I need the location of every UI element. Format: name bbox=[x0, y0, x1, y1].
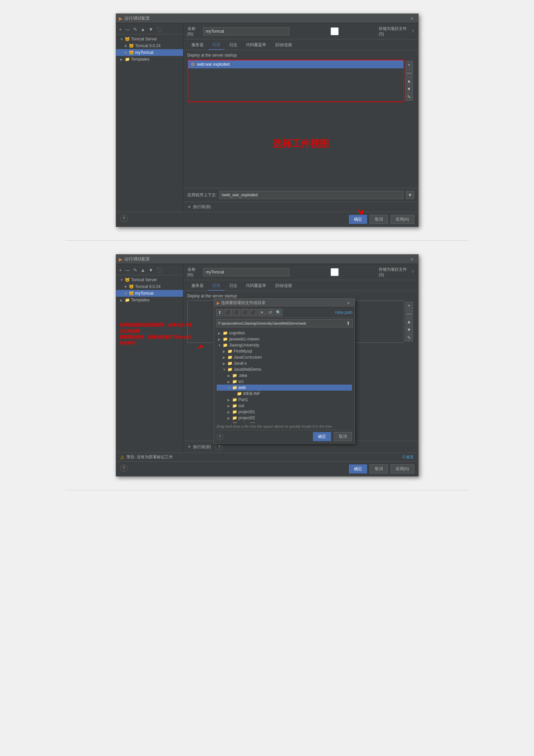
tree-tomcat-924[interactable]: ✱ 🐱 Tomcat 9.0.24 bbox=[116, 42, 183, 49]
b-edit-btn[interactable]: ✎ bbox=[132, 267, 138, 273]
app-context-input[interactable] bbox=[219, 191, 403, 199]
fc-item-javaweb1[interactable]: ▶ 📁 javaweb1-maven bbox=[217, 336, 352, 342]
b-before-launch-toggle[interactable]: ▼ bbox=[187, 445, 191, 449]
b-tree-mytomcat[interactable]: ✱ 🐱 myTomcat bbox=[116, 290, 183, 297]
b-tab-server[interactable]: 服务器 bbox=[187, 282, 208, 291]
b-tab-deploy[interactable]: 部署 bbox=[208, 282, 224, 291]
fc-item-project02[interactable]: ▶ 📁 project02 bbox=[217, 415, 352, 421]
b-edit-deploy-btn[interactable]: ✎ bbox=[405, 334, 413, 341]
fc-cancel-btn[interactable]: 取消 bbox=[334, 432, 352, 441]
b-remove-deploy-btn[interactable]: — bbox=[405, 310, 413, 317]
fc-help-btn[interactable]: ? bbox=[217, 433, 223, 440]
b-remove-btn[interactable]: — bbox=[124, 267, 131, 273]
b-more-btn[interactable]: ⬛ bbox=[155, 267, 163, 273]
b-tree-tomcat-924[interactable]: ✱ 🐱 Tomcat 9.0.24 bbox=[116, 283, 183, 290]
b-down-btn[interactable]: ▼ bbox=[148, 267, 154, 273]
fc-close[interactable]: × bbox=[345, 300, 352, 306]
deploy-label: Deploy at the server startup bbox=[187, 53, 414, 58]
save-project-checkbox[interactable] bbox=[292, 27, 377, 35]
fc-btn2[interactable]: ⬛ bbox=[233, 309, 240, 316]
fc-item-label: JavaWebDemo bbox=[234, 367, 261, 372]
b-help2[interactable]: ? bbox=[215, 443, 223, 451]
top-left-panel: + — ✎ ▲ ▼ ⬛ ▼ 🐱 Tomcat Server ✱ 🐱 bbox=[116, 23, 183, 212]
b-tree-tomcat-server[interactable]: ▼ 🐱 Tomcat Server bbox=[116, 276, 183, 283]
fc-btn4[interactable]: ⬛ bbox=[250, 309, 257, 316]
fc-search-btn[interactable]: 🔍 bbox=[275, 309, 282, 316]
fc-home-btn[interactable]: ⬆ bbox=[216, 309, 223, 316]
more-btn[interactable]: ⬛ bbox=[155, 26, 163, 33]
hide-path-link[interactable]: Hide path bbox=[335, 310, 352, 315]
help-button[interactable]: ? bbox=[120, 215, 128, 222]
fc-refresh-btn[interactable]: ↺ bbox=[266, 309, 274, 316]
b-save-project-checkbox[interactable] bbox=[292, 268, 377, 276]
apply-button[interactable]: 应用(A) bbox=[391, 215, 414, 224]
fc-item-web[interactable]: ▼ 📁 web bbox=[217, 385, 352, 391]
b-tree-label: myTomcat bbox=[135, 291, 154, 296]
remove-deploy-btn[interactable]: — bbox=[405, 69, 413, 76]
tree-templates[interactable]: ▶ 📁 Templates bbox=[116, 56, 183, 63]
fc-item-firstmysql[interactable]: ▶ 📁 FirstMysql bbox=[217, 348, 352, 354]
fc-delete-btn[interactable]: ✕ bbox=[258, 309, 265, 316]
fc-path-text: F:\javacode\src\JiaxingUniversity\JavaWe… bbox=[218, 321, 344, 325]
b-add-btn[interactable]: + bbox=[118, 267, 123, 273]
warning-icon: ⚠ bbox=[120, 455, 124, 460]
b-tree-templates[interactable]: ▶ 📁 Templates bbox=[116, 297, 183, 303]
before-launch-toggle[interactable]: ▼ bbox=[187, 205, 191, 209]
add-deploy-btn[interactable]: + bbox=[405, 61, 413, 68]
up-btn[interactable]: ▲ bbox=[140, 26, 146, 33]
b-apply-button[interactable]: 应用(A) bbox=[391, 464, 414, 473]
b-tab-startup[interactable]: 启动/连接 bbox=[271, 282, 296, 291]
ok-button[interactable]: 确定 bbox=[349, 215, 367, 224]
b-move-down-deploy-btn[interactable]: ▼ bbox=[405, 326, 413, 333]
context-dropdown-btn[interactable]: ▼ bbox=[406, 191, 414, 199]
b-move-up-deploy-btn[interactable]: ▲ bbox=[405, 318, 413, 325]
b-name-label: 名称(N): bbox=[187, 267, 201, 277]
b-tab-coverage[interactable]: 代码覆盖率 bbox=[242, 282, 270, 291]
top-dialog-titlebar: ▶ 运行/调试配置 × bbox=[116, 14, 418, 23]
b-add-deploy-btn[interactable]: + bbox=[405, 302, 413, 309]
fc-path-up[interactable]: ⬆ bbox=[346, 321, 350, 326]
fc-item-idea[interactable]: ▶ 📁 .idea bbox=[217, 372, 352, 379]
tab-logs[interactable]: 日志 bbox=[225, 41, 241, 50]
fc-item-javawebdemo[interactable]: ▼ 📁 JavaWebDemo bbox=[217, 366, 352, 372]
add-btn[interactable]: + bbox=[118, 26, 123, 33]
fc-item-out[interactable]: ▶ 📁 out bbox=[217, 403, 352, 409]
edit-deploy-btn[interactable]: ✎ bbox=[405, 93, 413, 101]
fc-toolbar-left: ⬆ ⬛ ⬛ ⬛ ⬛ ✕ ↺ 🔍 bbox=[216, 309, 282, 316]
move-up-deploy-btn[interactable]: ▲ bbox=[405, 77, 413, 85]
top-dialog-close[interactable]: × bbox=[409, 15, 416, 22]
tab-deploy[interactable]: 部署 bbox=[208, 41, 224, 50]
fc-btn3[interactable]: ⬛ bbox=[241, 309, 249, 316]
fc-item-jiaxing[interactable]: ▼ 📁 JiaxingUniversity bbox=[217, 342, 352, 348]
fc-item-webinf[interactable]: 📁 WEB-INF bbox=[217, 391, 352, 397]
fc-item-src[interactable]: ▶ 📁 src bbox=[217, 379, 352, 385]
move-down-deploy-btn[interactable]: ▼ bbox=[405, 85, 413, 93]
fc-item-cognition[interactable]: ▶ 📁 cognition bbox=[217, 330, 352, 336]
deploy-item[interactable]: ⚙ web:war exploded bbox=[188, 60, 403, 68]
fc-btn1[interactable]: ⬛ bbox=[224, 309, 232, 316]
fc-item-javafx[interactable]: ▶ 📁 Javaf-x bbox=[217, 360, 352, 366]
edit-btn[interactable]: ✎ bbox=[132, 26, 138, 33]
tab-startup[interactable]: 启动/连接 bbox=[271, 41, 296, 50]
name-input[interactable]: myTomcat bbox=[203, 27, 289, 35]
tab-coverage[interactable]: 代码覆盖率 bbox=[242, 41, 270, 50]
tomcat-icon: 🐱 bbox=[129, 43, 134, 48]
tab-server[interactable]: 服务器 bbox=[187, 41, 208, 50]
b-tab-logs[interactable]: 日志 bbox=[225, 282, 241, 291]
b-ok-button[interactable]: 确定 bbox=[349, 464, 367, 473]
b-help-button[interactable]: ? bbox=[120, 464, 128, 472]
fc-item-project01[interactable]: ▶ 📁 project01 bbox=[217, 409, 352, 415]
b-name-input[interactable] bbox=[203, 268, 289, 276]
down-btn[interactable]: ▼ bbox=[148, 26, 154, 33]
bottom-dialog-close[interactable]: × bbox=[409, 256, 416, 263]
b-cancel-button[interactable]: 取消 bbox=[370, 464, 388, 473]
remove-btn[interactable]: — bbox=[124, 26, 131, 33]
tree-mytomcat[interactable]: ✱ 🐱 myTomcat bbox=[116, 49, 183, 56]
cancel-button[interactable]: 取消 bbox=[370, 215, 388, 224]
tree-tomcat-server[interactable]: ▼ 🐱 Tomcat Server bbox=[116, 36, 183, 42]
fc-item-part1[interactable]: ▶ 📁 Part1 bbox=[217, 397, 352, 403]
tomcat-icon: 🐱 bbox=[129, 50, 134, 55]
fc-ok-btn[interactable]: 确定 bbox=[313, 432, 331, 441]
b-up-btn[interactable]: ▲ bbox=[140, 267, 146, 273]
fc-item-javacurriculum[interactable]: ▶ 📁 JavaCurriculum bbox=[217, 354, 352, 360]
